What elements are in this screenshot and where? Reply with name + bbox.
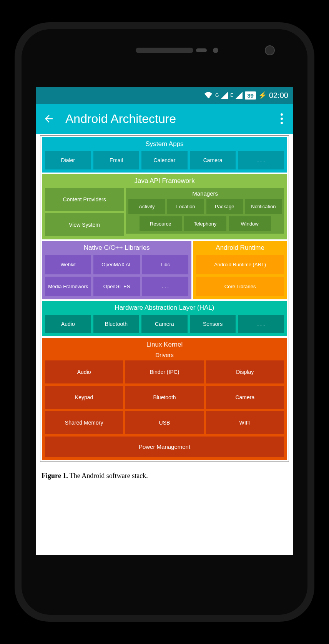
java-api-layer: Java API Framework Content Providers Vie…	[42, 174, 287, 239]
clock: 02:00	[269, 91, 288, 100]
screen: G E 39 ⚡ 02:00 Android Architecture	[36, 87, 293, 555]
runtime-box: Core Libraries	[196, 277, 284, 296]
driver-box: Camera	[206, 386, 284, 409]
phone-bezel: G E 39 ⚡ 02:00 Android Architecture	[22, 29, 307, 615]
hal-box: Sensors	[190, 315, 236, 333]
speaker-grille	[136, 48, 193, 53]
battery-indicator: 39	[245, 91, 256, 100]
front-camera	[265, 45, 275, 55]
system-apps-title: System Apps	[45, 140, 284, 148]
wifi-icon	[204, 91, 213, 99]
hal-box: . . .	[238, 315, 284, 333]
system-app-box: Email	[93, 151, 140, 169]
runtime-box: Android Runtime (ART)	[196, 255, 284, 274]
app-title: Android Architecture	[65, 112, 277, 126]
phone-frame: G E 39 ⚡ 02:00 Android Architecture	[15, 22, 314, 622]
charging-icon: ⚡	[258, 91, 267, 100]
figure-caption: Figure 1. The Android software stack.	[36, 467, 293, 485]
system-apps-layer: System Apps Dialer Email Calendar Camera…	[42, 137, 287, 173]
overflow-menu-icon[interactable]	[277, 110, 286, 127]
native-runtime-row: Native C/C++ Libraries Webkit OpenMAX AL…	[42, 241, 287, 299]
drivers-title: Drivers	[45, 352, 284, 358]
proximity-sensor	[196, 48, 207, 52]
system-app-box: . . .	[238, 151, 284, 169]
system-app-box: Camera	[190, 151, 236, 169]
signal1-icon	[221, 92, 228, 99]
system-app-box: Dialer	[45, 151, 91, 169]
linux-kernel-layer: Linux Kernel Drivers Audio Binder (IPC) …	[42, 338, 287, 460]
hal-title: Hardware Abstraction Layer (HAL)	[45, 304, 284, 312]
manager-box: Resource	[140, 216, 182, 231]
system-app-box: Calendar	[141, 151, 188, 169]
linux-title: Linux Kernel	[45, 341, 284, 349]
signal2-label: E	[230, 93, 233, 98]
signal1-label: G	[215, 93, 219, 98]
native-lib-box: Webkit	[45, 255, 91, 274]
java-api-title: Java API Framework	[45, 177, 284, 185]
status-bar[interactable]: G E 39 ⚡ 02:00	[36, 87, 293, 104]
manager-box: Telephony	[184, 216, 226, 231]
hal-layer: Hardware Abstraction Layer (HAL) Audio B…	[42, 301, 287, 336]
android-runtime-title: Android Runtime	[196, 244, 284, 252]
driver-box: Audio	[45, 360, 123, 383]
driver-box: Keypad	[45, 386, 123, 409]
signal2-icon	[236, 92, 243, 99]
light-sensor	[213, 48, 218, 53]
manager-box: Window	[229, 216, 271, 231]
content-providers-box: Content Providers	[45, 188, 124, 211]
driver-box: Binder (IPC)	[125, 360, 203, 383]
native-lib-box: OpenGL ES	[93, 277, 140, 296]
manager-box: Location	[167, 199, 204, 214]
driver-box: USB	[125, 411, 203, 434]
view-system-box: View System	[45, 213, 124, 236]
hal-box: Audio	[45, 315, 91, 333]
driver-box: WIFI	[206, 411, 284, 434]
power-management-box: Power Management	[45, 437, 284, 457]
app-bar: Android Architecture	[36, 104, 293, 134]
driver-box: Display	[206, 360, 284, 383]
manager-box: Notification	[245, 199, 282, 214]
driver-box: Bluetooth	[125, 386, 203, 409]
android-runtime-layer: Android Runtime Android Runtime (ART) Co…	[193, 241, 287, 299]
native-lib-box: . . .	[142, 277, 188, 296]
manager-box: Package	[206, 199, 243, 214]
driver-box: Shared Memory	[45, 411, 123, 434]
architecture-diagram: System Apps Dialer Email Calendar Camera…	[40, 135, 289, 462]
caption-label: Figure 1.	[42, 472, 68, 480]
native-lib-box: Media Framework	[45, 277, 91, 296]
caption-text: The Android software stack.	[68, 472, 148, 480]
manager-box: Activity	[128, 199, 165, 214]
managers-title: Managers	[128, 190, 282, 197]
native-lib-box: OpenMAX AL	[93, 255, 140, 274]
hal-box: Bluetooth	[93, 315, 140, 333]
back-arrow-icon[interactable]	[43, 113, 55, 124]
native-lib-box: Libc	[142, 255, 188, 274]
content-area[interactable]: System Apps Dialer Email Calendar Camera…	[36, 134, 293, 555]
native-libs-layer: Native C/C++ Libraries Webkit OpenMAX AL…	[42, 241, 191, 299]
hal-box: Camera	[141, 315, 188, 333]
native-libs-title: Native C/C++ Libraries	[45, 244, 188, 252]
managers-section: Managers Activity Location Package Notif…	[126, 188, 284, 234]
